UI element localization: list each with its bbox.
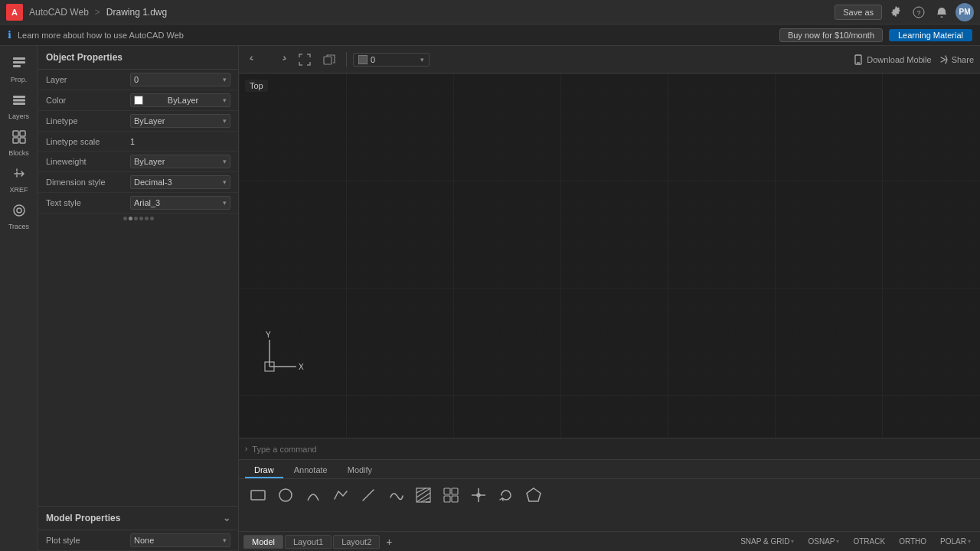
- plot-style-select[interactable]: None ▾: [130, 533, 230, 547]
- linetype-scale-label: Linetype scale: [46, 137, 130, 146]
- tab-modify[interactable]: Modify: [338, 463, 381, 478]
- dimension-style-label: Dimension style: [46, 178, 130, 187]
- hatch-tool[interactable]: [410, 482, 436, 508]
- canvas-area[interactable]: Top Y X: [239, 73, 980, 438]
- save-as-button[interactable]: Save as: [835, 5, 882, 20]
- svg-text:?: ?: [916, 9, 920, 17]
- linetype-chevron: ▾: [223, 117, 227, 125]
- polar-caret: ▾: [968, 538, 971, 545]
- layer-value[interactable]: 0 ▾: [130, 73, 230, 86]
- undo-button[interactable]: [245, 49, 266, 70]
- svg-point-12: [14, 205, 24, 216]
- notification-icon[interactable]: [933, 3, 951, 21]
- color-chevron: ▾: [223, 96, 227, 104]
- svg-rect-8: [13, 131, 18, 136]
- color-value[interactable]: ByLayer ▾: [130, 93, 230, 107]
- buy-button[interactable]: Buy now for $10/month: [779, 28, 883, 42]
- scroll-dot-5: [145, 217, 149, 220]
- linetype-value[interactable]: ByLayer ▾: [130, 114, 230, 128]
- svg-rect-14: [324, 57, 332, 64]
- svg-rect-6: [13, 99, 25, 102]
- sidebar-item-blocks[interactable]: Blocks: [2, 126, 36, 161]
- xref-icon: [11, 166, 27, 184]
- blocks-icon: [11, 129, 27, 148]
- svg-rect-27: [416, 488, 430, 502]
- tab-draw[interactable]: Draw: [245, 463, 283, 478]
- info-icon: ℹ: [8, 29, 11, 41]
- sidebar-traces-label: Traces: [8, 223, 29, 230]
- sidebar-item-xref[interactable]: XREF: [2, 162, 36, 197]
- osnap-status[interactable]: OSNAP ▾: [803, 536, 844, 546]
- layers-icon: [11, 93, 27, 111]
- object-properties-header: Object Properties: [38, 46, 238, 70]
- linetype-label: Linetype: [46, 116, 130, 126]
- svg-rect-11: [20, 138, 25, 143]
- learning-material-button[interactable]: Learning Material: [889, 29, 972, 41]
- svg-rect-36: [452, 496, 458, 502]
- dimension-style-chevron: ▾: [223, 178, 227, 186]
- curve-tool[interactable]: [383, 482, 409, 508]
- rectangle-tool[interactable]: [245, 482, 271, 508]
- command-input[interactable]: [252, 445, 974, 454]
- block-tool[interactable]: [438, 482, 464, 508]
- dimension-style-select[interactable]: Decimal-3 ▾: [130, 175, 230, 189]
- svg-rect-24: [251, 491, 265, 500]
- tab-model[interactable]: Model: [243, 535, 283, 549]
- move-tool[interactable]: [466, 482, 492, 508]
- layer-dropdown[interactable]: 0 ▾: [353, 53, 430, 67]
- fullscreen-button[interactable]: [294, 49, 315, 70]
- app-logo: A: [6, 4, 23, 21]
- polyline-tool[interactable]: [328, 482, 354, 508]
- layer-dropdown-chevron: ▾: [420, 56, 424, 64]
- color-select[interactable]: ByLayer ▾: [130, 93, 230, 107]
- sidebar-item-props[interactable]: Prop.: [2, 52, 36, 87]
- tab-layout2[interactable]: Layout2: [333, 535, 380, 549]
- lineweight-value[interactable]: ByLayer ▾: [130, 155, 230, 168]
- svg-text:X: X: [299, 363, 304, 371]
- svg-point-13: [17, 208, 21, 213]
- text-style-value[interactable]: Arial_3 ▾: [130, 196, 230, 210]
- scroll-dot-3: [134, 217, 138, 220]
- help-icon[interactable]: ?: [910, 3, 928, 21]
- tab-layout1[interactable]: Layout1: [285, 535, 332, 549]
- svg-line-26: [363, 490, 374, 500]
- sidebar-item-layers[interactable]: Layers: [2, 89, 36, 124]
- view-cube-button[interactable]: [318, 49, 340, 70]
- circle-tool[interactable]: [273, 482, 299, 508]
- polar-status[interactable]: POLAR ▾: [936, 536, 975, 546]
- settings-icon[interactable]: [887, 3, 905, 21]
- download-mobile-button[interactable]: Download Mobile: [853, 54, 931, 65]
- scroll-dot-1: [123, 217, 127, 220]
- snap-grid-status[interactable]: SNAP & GRID ▾: [736, 536, 799, 546]
- user-avatar[interactable]: PM: [956, 3, 974, 21]
- draw-tools: [239, 479, 980, 511]
- share-button[interactable]: Share: [938, 54, 974, 65]
- lineweight-select[interactable]: ByLayer ▾: [130, 155, 230, 168]
- svg-rect-9: [20, 131, 25, 136]
- rotate-tool[interactable]: [493, 482, 519, 508]
- scroll-dot-2: [129, 217, 132, 220]
- collapse-button[interactable]: ⌄: [223, 513, 230, 523]
- line-tool[interactable]: [355, 482, 381, 508]
- model-properties-header: Model Properties ⌄: [38, 506, 238, 530]
- add-layout-button[interactable]: +: [381, 534, 397, 549]
- sidebar-xref-label: XREF: [9, 186, 28, 194]
- dimension-style-value[interactable]: Decimal-3 ▾: [130, 175, 230, 189]
- ortho-status[interactable]: ORTHO: [894, 536, 931, 546]
- lineweight-chevron: ▾: [223, 158, 227, 165]
- linetype-select[interactable]: ByLayer ▾: [130, 114, 230, 128]
- viewport-toolbar: 0 ▾ Download Mobile Share: [239, 46, 980, 73]
- otrack-status[interactable]: OTRACK: [848, 536, 890, 546]
- sidebar-blocks-label: Blocks: [8, 149, 29, 157]
- arc-tool[interactable]: [300, 482, 326, 508]
- layer-select[interactable]: 0 ▾: [130, 73, 230, 86]
- breadcrumb-separator: >: [95, 7, 100, 18]
- sidebar-item-traces[interactable]: Traces: [2, 199, 36, 234]
- text-style-select[interactable]: Arial_3 ▾: [130, 196, 230, 210]
- pentagon-tool[interactable]: [521, 482, 547, 508]
- tab-annotate[interactable]: Annotate: [285, 463, 337, 478]
- plot-style-value[interactable]: None ▾: [130, 533, 230, 547]
- viewport-label[interactable]: Top: [245, 80, 268, 92]
- redo-button[interactable]: [270, 49, 291, 70]
- command-chevron: ›: [245, 445, 247, 453]
